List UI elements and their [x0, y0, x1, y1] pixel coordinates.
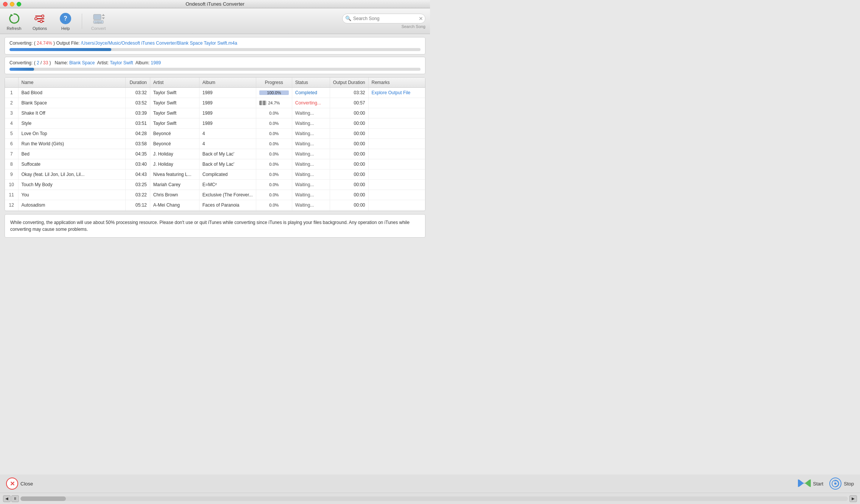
row-progress: 100.0% [256, 88, 292, 98]
row-progress: 0.0% [256, 190, 292, 200]
row-output-duration: 00:57 [330, 98, 368, 108]
row-artist: Beyoncé [150, 139, 199, 149]
table-row[interactable]: 6Run the World (Girls)03:58Beyoncé40.0%W… [5, 139, 425, 149]
conv-suffix: ) Name: [48, 60, 69, 65]
file-progress-bar-track [9, 48, 421, 51]
row-album: Complicated [199, 170, 256, 180]
row-progress: 24.7% [256, 98, 292, 108]
options-icon [34, 12, 46, 25]
row-duration: 03:32 [125, 88, 150, 98]
convert-icon: output [92, 12, 105, 25]
row-name: Blank Space [18, 98, 125, 108]
row-output-duration: 00:00 [330, 170, 368, 180]
table-row[interactable]: 5Love On Top04:28Beyoncé40.0%Waiting...0… [5, 129, 425, 139]
help-icon-area: ? [59, 12, 72, 25]
table-row[interactable]: 2Blank Space03:52Taylor Swift198924.7%Co… [5, 98, 425, 108]
svg-rect-1 [35, 16, 42, 17]
svg-marker-8 [102, 14, 105, 16]
close-traffic-light[interactable] [3, 2, 8, 6]
row-output-duration: 00:00 [330, 210, 368, 211]
row-remarks [368, 98, 425, 108]
table-header: Name Duration Artist Album Progress Stat… [5, 78, 425, 88]
conv-artist-label: Artist: [95, 60, 110, 65]
row-output-duration: 00:00 [330, 149, 368, 159]
songs-table-scroll[interactable]: Name Duration Artist Album Progress Stat… [5, 78, 425, 211]
table-row[interactable]: 4Style03:51Taylor Swift19890.0%Waiting..… [5, 118, 425, 129]
row-status: Waiting... [292, 170, 330, 180]
row-progress-cell: 0.0% [259, 161, 289, 167]
options-button[interactable]: Options [30, 12, 49, 31]
search-clear-icon[interactable]: ✕ [419, 16, 423, 22]
conv-album: 1989 [151, 60, 161, 65]
col-status: Status [292, 78, 330, 88]
refresh-icon [8, 12, 20, 25]
row-num: 11 [5, 190, 18, 200]
row-output-duration: 03:32 [330, 88, 368, 98]
convert-icon-area: output [92, 12, 105, 25]
row-remarks [368, 139, 425, 149]
row-artist: J. Holiday [150, 159, 199, 170]
row-remarks [368, 118, 425, 129]
row-remarks [368, 108, 425, 118]
svg-point-6 [40, 20, 42, 22]
row-output-duration: 00:00 [330, 118, 368, 129]
converting-section: Converting: ( 2 / 33 ) Name: Blank Space… [5, 57, 425, 74]
row-duration: 03:22 [125, 190, 150, 200]
row-duration: 03:40 [125, 159, 150, 170]
convert-button[interactable]: output Convert [89, 12, 108, 31]
row-status: Waiting... [292, 108, 330, 118]
row-remarks[interactable]: Explore Output File [368, 88, 425, 98]
table-row[interactable]: 8Suffocate03:40J. HolidayBack of My Lac'… [5, 159, 425, 170]
row-album: Back of My Lac' [199, 149, 256, 159]
table-row[interactable]: 1Bad Blood03:32Taylor Swift1989100.0%Com… [5, 88, 425, 98]
row-artist: Nivea featuring L... [150, 170, 199, 180]
table-row[interactable]: 10Touch My Body03:25Mariah CareyE=MC²0.0… [5, 180, 425, 190]
row-artist: Taylor Swift [150, 118, 199, 129]
table-row[interactable]: 9Okay (feat. Lil Jon, Lil Jon, Lil...04:… [5, 170, 425, 180]
row-progress-cell: 0.0% [259, 171, 289, 177]
row-progress-cell: 0.0% [259, 120, 289, 126]
row-num: 3 [5, 108, 18, 118]
search-input[interactable] [342, 14, 425, 23]
row-progress: 0.0% [256, 210, 292, 211]
row-progress-cell: 0.0% [259, 110, 289, 116]
row-artist: A-Mei Chang [150, 200, 199, 210]
search-icon: 🔍 [345, 16, 351, 21]
row-status: Waiting... [292, 118, 330, 129]
row-num: 1 [5, 88, 18, 98]
row-duration: 03:52 [125, 98, 150, 108]
col-num [5, 78, 18, 88]
row-duration: 06:15 [125, 210, 150, 211]
row-album: 1989 [199, 88, 256, 98]
table-row[interactable]: 3Shake It Off03:39Taylor Swift19890.0%Wa… [5, 108, 425, 118]
table-row[interactable]: 12Autosadism05:12A-Mei ChangFaces of Par… [5, 200, 425, 210]
minimize-traffic-light[interactable] [10, 2, 14, 6]
row-progress-cell: 0.0% [259, 151, 289, 157]
row-progress-cell: 0.0% [259, 131, 289, 137]
help-button[interactable]: ? Help [56, 12, 75, 31]
row-progress-cell: 0.0% [259, 192, 289, 198]
row-artist: Taylor Swift [150, 98, 199, 108]
row-duration: 03:51 [125, 118, 150, 129]
table-row[interactable]: 11You03:22Chris BrownExclusive (The Fore… [5, 190, 425, 200]
row-progress-cell: 0.0% [259, 182, 289, 188]
row-progress: 0.0% [256, 180, 292, 190]
main-content: Converting: ( 24.74% ) Output File: /Use… [0, 34, 430, 241]
row-name: Autosadism [18, 200, 125, 210]
maximize-traffic-light[interactable] [17, 2, 21, 6]
refresh-button[interactable]: Refresh [5, 12, 23, 31]
row-status: Converting... [292, 98, 330, 108]
row-name: Suffocate [18, 159, 125, 170]
svg-marker-0 [11, 14, 13, 17]
table-row[interactable]: 7Bed04:35J. HolidayBack of My Lac'0.0%Wa… [5, 149, 425, 159]
row-num: 13 [5, 210, 18, 211]
row-progress-cell: 0.0% [259, 141, 289, 147]
row-status: Waiting... [292, 200, 330, 210]
row-progress: 0.0% [256, 129, 292, 139]
row-name: Style [18, 118, 125, 129]
row-album: Back of My Lac' [199, 159, 256, 170]
explore-output-link[interactable]: Explore Output File [372, 90, 411, 95]
col-output-duration: Output Duration [330, 78, 368, 88]
table-row[interactable]: 13Do You Still Want to Love Me...06:15A-… [5, 210, 425, 211]
row-album: 1989 [199, 108, 256, 118]
